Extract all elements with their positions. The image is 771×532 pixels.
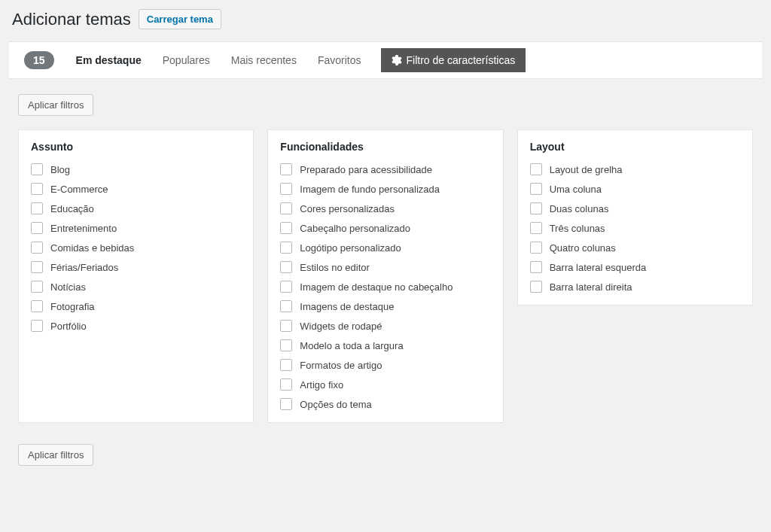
filter-item[interactable]: Artigo fixo — [280, 378, 490, 391]
filter-checkbox[interactable] — [31, 163, 43, 175]
filter-item-label: Blog — [50, 164, 70, 175]
tab-favorites[interactable]: Favoritos — [307, 42, 372, 78]
filter-item[interactable]: Três colunas — [530, 222, 740, 234]
filter-item[interactable]: Imagem de destaque no cabeçalho — [280, 281, 490, 293]
filter-item[interactable]: Logótipo personalizado — [280, 242, 490, 254]
filter-group-features-title: Funcionalidades — [280, 141, 490, 153]
filter-checkbox[interactable] — [280, 339, 292, 351]
feature-filter-label: Filtro de características — [407, 54, 516, 66]
filter-checkbox[interactable] — [280, 163, 292, 175]
filter-checkbox[interactable] — [530, 281, 542, 293]
filter-item[interactable]: Portfólio — [31, 320, 241, 332]
feature-filter-panel: Aplicar filtros Assunto BlogE-CommerceEd… — [0, 79, 771, 494]
filter-checkbox[interactable] — [280, 242, 292, 254]
tab-feature-filter[interactable]: Filtro de características — [381, 48, 526, 72]
filter-item-label: Cabeçalho personalizado — [300, 223, 410, 234]
filter-item[interactable]: Modelo a toda a largura — [280, 339, 490, 351]
filter-item[interactable]: Imagens de destaque — [280, 300, 490, 312]
filter-checkbox[interactable] — [280, 359, 292, 371]
filter-checkbox[interactable] — [280, 183, 292, 195]
filter-checkbox[interactable] — [280, 320, 292, 332]
filter-checkbox[interactable] — [280, 261, 292, 273]
filter-item-label: Quatro colunas — [550, 242, 616, 254]
filter-list-subject: BlogE-CommerceEducaçãoEntretenimentoComi… — [31, 163, 241, 332]
filter-item-label: Formatos de artigo — [300, 360, 382, 371]
filter-checkbox[interactable] — [530, 163, 542, 175]
filter-item-label: Barra lateral esquerda — [550, 262, 647, 273]
filter-item-label: Duas colunas — [550, 203, 609, 214]
filter-item[interactable]: Imagem de fundo personalizada — [280, 183, 490, 195]
filter-item[interactable]: Duas colunas — [530, 202, 740, 214]
filter-item-label: Uma coluna — [550, 184, 602, 195]
filter-item[interactable]: Comidas e bebidas — [31, 242, 241, 254]
filter-item-label: Estilos no editor — [300, 262, 370, 273]
apply-filters-button-top[interactable]: Aplicar filtros — [18, 94, 93, 116]
filter-item[interactable]: Quatro colunas — [530, 242, 740, 254]
filter-item[interactable]: Preparado para acessibilidade — [280, 163, 490, 175]
filter-item-label: Barra lateral direita — [550, 281, 632, 293]
filter-item[interactable]: Formatos de artigo — [280, 359, 490, 371]
filter-checkbox[interactable] — [31, 183, 43, 195]
filter-checkbox[interactable] — [530, 261, 542, 273]
filter-group-layout-title: Layout — [530, 141, 740, 153]
filter-item[interactable]: Férias/Feriados — [31, 261, 241, 273]
filter-item[interactable]: Cores personalizadas — [280, 202, 490, 214]
filter-item[interactable]: Blog — [31, 163, 241, 175]
filter-item-label: Notícias — [50, 281, 86, 293]
filter-checkbox[interactable] — [530, 183, 542, 195]
filter-groups-row: Assunto BlogE-CommerceEducaçãoEntretenim… — [18, 129, 753, 423]
filter-item-label: Férias/Feriados — [50, 262, 118, 273]
filter-checkbox[interactable] — [31, 261, 43, 273]
filter-item[interactable]: Estilos no editor — [280, 261, 490, 273]
filter-item[interactable]: Barra lateral esquerda — [530, 261, 740, 273]
filter-checkbox[interactable] — [31, 222, 43, 234]
filter-item[interactable]: E-Commerce — [31, 183, 241, 195]
filter-item-label: Fotografia — [50, 301, 95, 312]
filter-item-label: Educação — [50, 203, 94, 214]
filter-checkbox[interactable] — [31, 300, 43, 312]
filter-item-label: Imagem de destaque no cabeçalho — [300, 281, 453, 293]
filter-item[interactable]: Entretenimento — [31, 222, 241, 234]
filter-list-layout: Layout de grelhaUma colunaDuas colunasTr… — [530, 163, 740, 293]
apply-filters-button-bottom[interactable]: Aplicar filtros — [18, 444, 93, 466]
filter-item-label: Modelo a toda a largura — [300, 340, 403, 351]
filter-bar: 15 Em destaque Populares Mais recentes F… — [9, 41, 762, 79]
filter-item-label: Portfólio — [50, 321, 87, 332]
filter-item-label: Imagem de fundo personalizada — [300, 184, 440, 195]
filter-checkbox[interactable] — [280, 300, 292, 312]
tab-latest[interactable]: Mais recentes — [221, 42, 307, 78]
filter-item[interactable]: Opções do tema — [280, 398, 490, 410]
filter-checkbox[interactable] — [530, 202, 542, 214]
filter-checkbox[interactable] — [280, 378, 292, 391]
tab-popular[interactable]: Populares — [152, 42, 221, 78]
filter-checkbox[interactable] — [530, 242, 542, 254]
gear-icon — [392, 55, 402, 65]
filter-checkbox[interactable] — [31, 202, 43, 214]
filter-group-subject-title: Assunto — [31, 141, 241, 153]
filter-checkbox[interactable] — [280, 398, 292, 410]
filter-checkbox[interactable] — [31, 242, 43, 254]
filter-item-label: Layout de grelha — [550, 164, 623, 175]
filter-item-label: Comidas e bebidas — [50, 242, 134, 254]
filter-item[interactable]: Cabeçalho personalizado — [280, 222, 490, 234]
upload-theme-button[interactable]: Carregar tema — [139, 9, 221, 29]
filter-item[interactable]: Notícias — [31, 281, 241, 293]
page-title: Adicionar temas — [12, 10, 131, 29]
filter-item-label: Imagens de destaque — [300, 301, 394, 312]
filter-checkbox[interactable] — [530, 222, 542, 234]
filter-group-layout: Layout Layout de grelhaUma colunaDuas co… — [517, 129, 753, 306]
filter-item-label: Logótipo personalizado — [300, 242, 401, 254]
filter-item[interactable]: Fotografia — [31, 300, 241, 312]
filter-checkbox[interactable] — [31, 281, 43, 293]
filter-group-subject: Assunto BlogE-CommerceEducaçãoEntretenim… — [18, 129, 254, 423]
filter-item[interactable]: Educação — [31, 202, 241, 214]
filter-checkbox[interactable] — [280, 281, 292, 293]
tab-featured[interactable]: Em destaque — [66, 42, 152, 78]
filter-item[interactable]: Widgets de rodapé — [280, 320, 490, 332]
filter-item[interactable]: Layout de grelha — [530, 163, 740, 175]
filter-item[interactable]: Uma coluna — [530, 183, 740, 195]
filter-checkbox[interactable] — [280, 202, 292, 214]
filter-item[interactable]: Barra lateral direita — [530, 281, 740, 293]
filter-checkbox[interactable] — [280, 222, 292, 234]
filter-checkbox[interactable] — [31, 320, 43, 332]
